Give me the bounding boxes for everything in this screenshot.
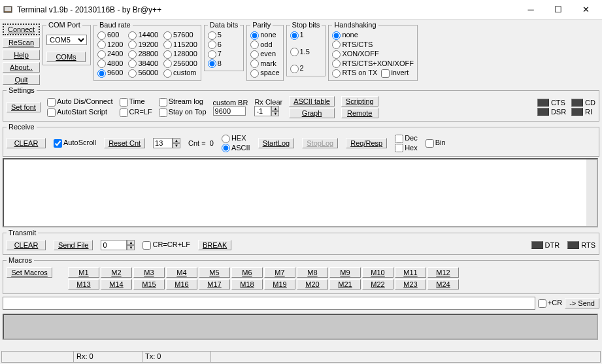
crlf-checkbox[interactable]: CR=LF bbox=[120, 108, 152, 117]
macro-m20[interactable]: M20 bbox=[297, 279, 328, 290]
asciitable-button[interactable]: ASCII table bbox=[289, 96, 335, 107]
baud-128000[interactable]: 128000 bbox=[163, 50, 197, 59]
macro-m8[interactable]: M8 bbox=[297, 267, 328, 278]
macro-m3[interactable]: M3 bbox=[133, 267, 165, 278]
baud-14400[interactable]: 14400 bbox=[128, 31, 158, 40]
macro-m15[interactable]: M15 bbox=[133, 279, 165, 290]
stayontop-checkbox[interactable]: Stay on Top bbox=[159, 108, 207, 117]
macro-m1[interactable]: M1 bbox=[68, 267, 99, 278]
macro-m23[interactable]: M23 bbox=[395, 279, 426, 290]
macro-m11[interactable]: M11 bbox=[395, 267, 426, 278]
led-rts[interactable]: RTS bbox=[567, 241, 595, 249]
reqresp-button[interactable]: Req/Resp bbox=[346, 138, 387, 148]
quit-button[interactable]: Quit bbox=[3, 74, 40, 85]
led-dtr[interactable]: DTR bbox=[531, 241, 560, 249]
help-button[interactable]: Help bbox=[3, 50, 40, 60]
minimize-button[interactable]: ─ bbox=[517, 1, 544, 18]
hs-rtsontx[interactable]: RTS on TX bbox=[332, 69, 377, 78]
send-button[interactable]: -> Send bbox=[565, 298, 599, 308]
macro-m2[interactable]: M2 bbox=[101, 267, 132, 278]
rxclear-spin[interactable]: ▲▼ bbox=[254, 106, 282, 116]
macro-m9[interactable]: M9 bbox=[329, 267, 361, 278]
macro-m5[interactable]: M5 bbox=[199, 267, 230, 278]
hs-invert[interactable]: invert bbox=[381, 69, 409, 78]
cnt-spin[interactable]: ▲▼ bbox=[153, 138, 180, 148]
macro-m14[interactable]: M14 bbox=[101, 279, 132, 290]
custombr-input[interactable] bbox=[213, 107, 246, 116]
crcrlf-checkbox[interactable]: CR=CR+LF bbox=[142, 240, 190, 250]
receive-hex-radio[interactable]: HEX bbox=[222, 134, 250, 143]
macro-m13[interactable]: M13 bbox=[68, 279, 99, 290]
parity-even[interactable]: even bbox=[250, 50, 279, 59]
dec-checkbox[interactable]: Dec bbox=[395, 134, 418, 143]
setfont-button[interactable]: Set font bbox=[7, 102, 41, 112]
coms-button[interactable]: COMs bbox=[46, 52, 86, 62]
setmacros-button[interactable]: Set Macros bbox=[7, 267, 52, 278]
macro-m4[interactable]: M4 bbox=[166, 267, 197, 278]
baud-2400[interactable]: 2400 bbox=[97, 50, 123, 59]
databits-5[interactable]: 5 bbox=[208, 31, 240, 40]
macro-m18[interactable]: M18 bbox=[231, 279, 263, 290]
graph-button[interactable]: Graph bbox=[289, 108, 335, 118]
autoscroll-checkbox[interactable]: AutoScroll bbox=[54, 139, 96, 148]
baud-115200[interactable]: 115200 bbox=[163, 41, 197, 50]
parity-mark[interactable]: mark bbox=[250, 59, 279, 69]
stopbits-2[interactable]: 2 bbox=[290, 64, 322, 73]
send-input[interactable] bbox=[3, 297, 535, 310]
hex-checkbox[interactable]: Hex bbox=[395, 144, 418, 153]
transmit-clear-button[interactable]: CLEAR bbox=[7, 240, 46, 250]
streamlog-checkbox[interactable]: Stream log bbox=[159, 97, 207, 107]
transmit-textarea[interactable] bbox=[3, 314, 598, 340]
macro-m16[interactable]: M16 bbox=[166, 279, 197, 290]
receive-scrollbar[interactable] bbox=[586, 159, 597, 226]
baud-19200[interactable]: 19200 bbox=[128, 41, 158, 50]
hs-both[interactable]: RTS/CTS+XON/XOFF bbox=[332, 59, 414, 69]
time-checkbox[interactable]: Time bbox=[120, 97, 152, 107]
transmit-spin[interactable]: ▲▼ bbox=[101, 240, 135, 250]
receive-textarea[interactable] bbox=[3, 158, 598, 227]
close-button[interactable]: ✕ bbox=[572, 1, 599, 18]
cr-checkbox[interactable]: +CR bbox=[538, 299, 562, 308]
receive-clear-button[interactable]: CLEAR bbox=[7, 138, 46, 148]
led-cts[interactable]: CTS bbox=[537, 99, 566, 107]
maximize-button[interactable]: ☐ bbox=[544, 1, 572, 18]
break-button[interactable]: BREAK bbox=[198, 240, 231, 250]
led-dsr[interactable]: DSR bbox=[537, 108, 566, 116]
hs-rtscts[interactable]: RTS/CTS bbox=[332, 41, 414, 50]
stopbits-1.5[interactable]: 1.5 bbox=[290, 48, 322, 57]
macro-m19[interactable]: M19 bbox=[264, 279, 295, 290]
baud-600[interactable]: 600 bbox=[97, 31, 123, 40]
macro-m21[interactable]: M21 bbox=[329, 279, 361, 290]
macro-m6[interactable]: M6 bbox=[231, 267, 263, 278]
macro-m12[interactable]: M12 bbox=[427, 267, 459, 278]
baud-custom[interactable]: custom bbox=[163, 69, 197, 78]
baud-38400[interactable]: 38400 bbox=[128, 59, 158, 69]
baud-1200[interactable]: 1200 bbox=[97, 41, 123, 50]
databits-7[interactable]: 7 bbox=[208, 50, 240, 59]
led-ri[interactable]: RI bbox=[571, 108, 595, 116]
sendfile-button[interactable]: Send File bbox=[54, 240, 93, 250]
databits-6[interactable]: 6 bbox=[208, 41, 240, 50]
remote-button[interactable]: Remote bbox=[341, 108, 378, 118]
macro-m22[interactable]: M22 bbox=[362, 279, 393, 290]
stopbits-1[interactable]: 1 bbox=[290, 31, 322, 40]
resetcnt-button[interactable]: Reset Cnt bbox=[104, 138, 145, 148]
parity-none[interactable]: none bbox=[250, 31, 279, 40]
baud-28800[interactable]: 28800 bbox=[128, 50, 158, 59]
rescan-button[interactable]: ReScan bbox=[3, 37, 40, 48]
baud-9600[interactable]: 9600 bbox=[97, 69, 123, 78]
databits-8[interactable]: 8 bbox=[208, 59, 240, 69]
receive-ascii-radio[interactable]: ASCII bbox=[222, 144, 250, 153]
led-cd[interactable]: CD bbox=[571, 99, 595, 107]
autostart-checkbox[interactable]: AutoStart Script bbox=[47, 108, 113, 117]
comport-select[interactable]: COM5 bbox=[46, 35, 87, 45]
parity-odd[interactable]: odd bbox=[250, 41, 279, 50]
scripting-button[interactable]: Scripting bbox=[341, 96, 378, 107]
connect-button[interactable]: Connect bbox=[3, 24, 40, 35]
startlog-button[interactable]: StartLog bbox=[258, 138, 295, 148]
baud-57600[interactable]: 57600 bbox=[163, 31, 197, 40]
hs-xonxoff[interactable]: XON/XOFF bbox=[332, 50, 414, 59]
baud-4800[interactable]: 4800 bbox=[97, 59, 123, 69]
about-button[interactable]: About.. bbox=[3, 62, 40, 73]
macro-m24[interactable]: M24 bbox=[427, 279, 459, 290]
